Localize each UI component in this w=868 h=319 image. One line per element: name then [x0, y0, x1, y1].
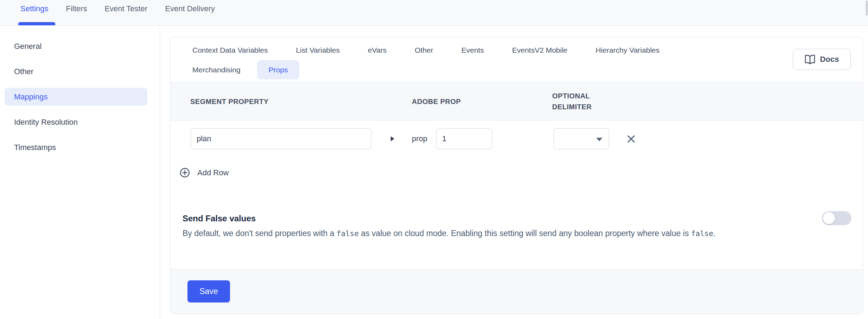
delimiter-dropdown[interactable]	[554, 128, 609, 149]
add-row-button[interactable]: Add Row	[180, 168, 229, 178]
column-header-optional-delimiter: OPTIONAL DELIMITER	[552, 91, 615, 112]
top-nav-bar: Settings Filters Event Tester Event Deli…	[0, 0, 868, 26]
nav-tab-event-delivery[interactable]: Event Delivery	[165, 4, 215, 13]
mapping-tabs-row-2: Merchandising Props	[181, 60, 299, 79]
segment-property-input[interactable]	[191, 128, 371, 149]
main-panel: Context Data Variables List Variables eV…	[160, 26, 868, 319]
docs-button[interactable]: Docs	[793, 49, 851, 70]
mapping-table-header: SEGMENT PROPERTY ADOBE PROP OPTIONAL DEL…	[170, 82, 863, 121]
add-row-label: Add Row	[197, 168, 229, 177]
book-icon	[805, 55, 815, 64]
send-false-values-title: Send False values	[183, 213, 256, 224]
toggle-knob	[823, 212, 835, 224]
nav-tab-event-tester[interactable]: Event Tester	[104, 4, 147, 13]
sidebar-item-other[interactable]: Other	[5, 63, 147, 80]
tab-merchandising[interactable]: Merchandising	[181, 60, 252, 79]
tab-evars[interactable]: eVars	[356, 40, 398, 60]
mappings-card: Context Data Variables List Variables eV…	[170, 37, 863, 314]
sidebar-item-identity-resolution[interactable]: Identity Resolution	[5, 113, 147, 131]
scrollbar-thumb[interactable]	[866, 1, 868, 15]
active-tab-underline	[18, 22, 55, 25]
tab-context-data-variables[interactable]: Context Data Variables	[181, 40, 279, 60]
sidebar-item-mappings[interactable]: Mappings	[5, 88, 147, 106]
card-footer: Save	[170, 269, 863, 313]
tab-eventsv2-mobile[interactable]: EventsV2 Mobile	[500, 40, 579, 60]
triangle-right-icon	[388, 128, 397, 149]
tab-other[interactable]: Other	[403, 40, 445, 60]
adobe-prop-number-input[interactable]	[436, 128, 492, 149]
settings-sidebar: General Other Mappings Identity Resoluti…	[0, 26, 160, 319]
sidebar-item-general[interactable]: General	[5, 37, 147, 55]
nav-tab-settings[interactable]: Settings	[20, 4, 49, 13]
column-header-adobe-prop: ADOBE PROP	[412, 96, 461, 107]
mapping-tabs-row-1: Context Data Variables List Variables eV…	[181, 40, 671, 60]
column-header-segment-property: SEGMENT PROPERTY	[190, 96, 268, 107]
sidebar-item-timestamps[interactable]: Timestamps	[5, 138, 147, 156]
caret-down-icon	[596, 138, 602, 141]
tab-hierarchy-variables[interactable]: Hierarchy Variables	[584, 40, 671, 60]
x-icon	[627, 135, 635, 143]
tab-list-variables[interactable]: List Variables	[284, 40, 351, 60]
send-false-values-description: By default, we don't send properties wit…	[183, 226, 812, 241]
plus-circle-icon	[180, 168, 190, 178]
send-false-values-toggle[interactable]	[822, 211, 851, 225]
tab-events[interactable]: Events	[450, 40, 496, 60]
nav-tab-filters[interactable]: Filters	[66, 4, 87, 13]
tab-props[interactable]: Props	[257, 60, 300, 79]
content-area: General Other Mappings Identity Resoluti…	[0, 26, 868, 319]
adobe-prop-prefix-label: prop	[412, 128, 427, 149]
docs-button-label: Docs	[820, 55, 839, 64]
save-button[interactable]: Save	[187, 280, 230, 302]
remove-row-button[interactable]	[623, 128, 639, 149]
